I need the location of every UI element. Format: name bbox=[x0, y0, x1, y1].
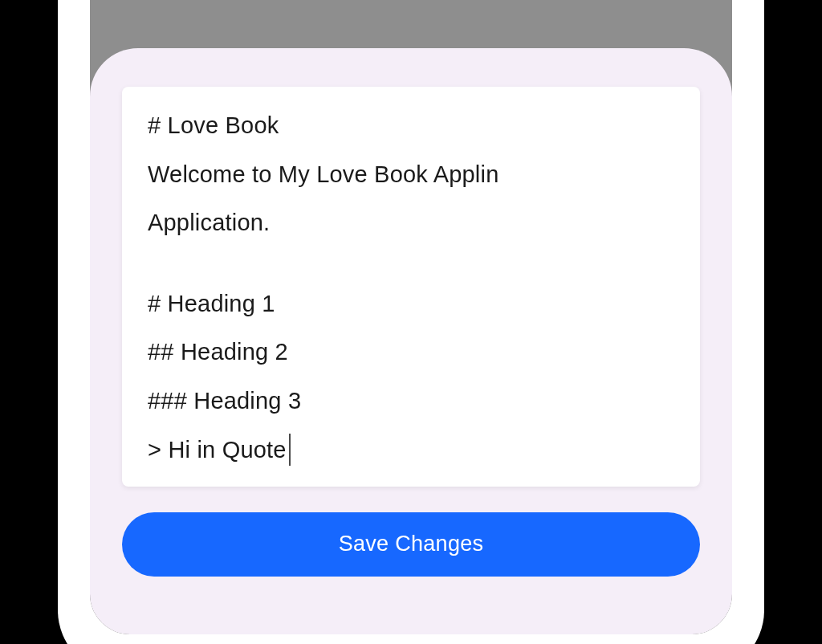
editor-blank-line bbox=[148, 255, 674, 287]
editor-modal: # Love Book Welcome to My Love Book Appl… bbox=[90, 48, 732, 634]
editor-line: # Love Book bbox=[148, 109, 674, 142]
editor-text: > Hi in Quote bbox=[148, 437, 287, 463]
phone-screen: # Love Book Welcome to My Love Book Appl… bbox=[90, 0, 732, 634]
editor-line: ## Heading 2 bbox=[148, 336, 674, 369]
phone-frame: # Love Book Welcome to My Love Book Appl… bbox=[58, 0, 764, 644]
editor-line: ### Heading 3 bbox=[148, 385, 674, 418]
markdown-editor[interactable]: # Love Book Welcome to My Love Book Appl… bbox=[122, 87, 700, 487]
save-changes-button[interactable]: Save Changes bbox=[122, 512, 700, 577]
editor-line: > Hi in Quote bbox=[148, 434, 291, 467]
editor-line: Application. bbox=[148, 206, 674, 239]
editor-line: Welcome to My Love Book Applin bbox=[148, 158, 674, 191]
text-cursor bbox=[289, 434, 291, 466]
editor-line: # Heading 1 bbox=[148, 287, 674, 320]
